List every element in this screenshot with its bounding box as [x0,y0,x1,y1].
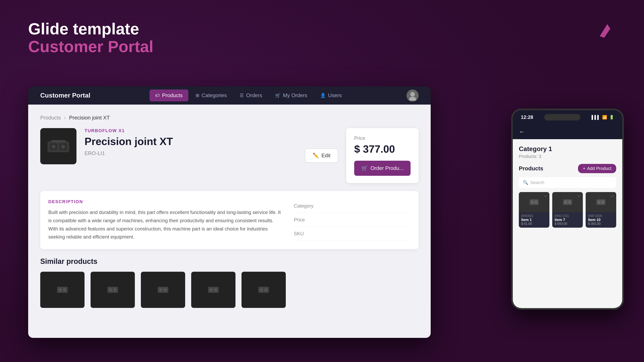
phone-product-name-3: Item 10 [588,218,614,222]
product-info: TURBOFLOW X1 Precision joint XT ERO-LI1 [84,128,297,156]
nav-tab-users-label: Users [328,92,342,98]
svg-point-16 [164,288,167,291]
svg-point-30 [598,201,600,204]
product-menu-icon-1[interactable]: ⋯ [544,194,548,198]
nav-tab-myorders-label: My Orders [283,92,307,98]
edit-label: Edit [322,152,330,159]
phone-product-info-3: DSF-DD0 Item 10 $ 355.00 [586,212,616,228]
svg-point-6 [61,145,65,149]
breadcrumb-current: Precision joint XT [69,115,110,121]
phone-product-card-2[interactable]: ⋯ ERO-CS1 Item 7 $ 693.00 [552,192,583,228]
product-header-left: TURBOFLOW X1 Precision joint XT ERO-LI1 … [40,128,338,183]
phone-product-code-3: DSF-DD0 [588,214,614,218]
edit-button[interactable]: ✏️ Edit [305,148,338,163]
breadcrumb: Products › Precision joint XT [40,115,418,121]
similar-card-2[interactable] [90,272,135,308]
app-window: Customer Portal 🏷 Products ⊞ Categories … [28,86,431,338]
phone-category-name: Category 1 [519,145,616,153]
field-sku-label: SKU [294,231,410,237]
similar-card-4[interactable] [191,272,236,308]
desc-row: DESCRIPTION Built with precision and dur… [48,199,410,241]
phone-products-label: Products [519,165,543,172]
list-icon: ☰ [240,93,244,98]
svg-point-13 [114,288,116,291]
svg-point-24 [531,201,534,204]
price-label: Price [354,135,410,141]
cart-icon-btn: 🛒 [361,165,368,171]
similar-card-1[interactable] [40,272,84,308]
phone-product-info-1: ERO921 Item 1 $ 61.00 [519,212,550,228]
svg-point-10 [63,288,66,291]
phone-back-button[interactable]: ← [519,128,525,135]
phone-product-code-2: ERO-CS1 [555,214,580,218]
product-menu-icon-3[interactable]: ⋯ [610,194,614,198]
phone-product-img-3: ⋯ [586,192,616,212]
desc-left: DESCRIPTION Built with precision and dur… [48,199,282,241]
nav-tabs: 🏷 Products ⊞ Categories ☰ Orders 🛒 My Or… [102,89,394,101]
nav-tab-users[interactable]: 👤 Users [314,89,347,101]
similar-title: Similar products [40,257,418,266]
description-section: DESCRIPTION Built with precision and dur… [40,191,418,249]
svg-point-15 [159,288,162,291]
nav-brand: Customer Portal [40,92,90,99]
field-price: Price [294,213,410,227]
phone-product-name-2: Item 7 [555,218,580,222]
top-heading: Glide template Customer Portal [28,20,153,55]
similar-card-5[interactable] [242,272,286,308]
svg-point-28 [568,201,571,204]
phone-product-grid: ⋯ ERO921 Item 1 $ 61.00 ⋯ ERO-CS1 [519,192,616,228]
add-product-button[interactable]: + Add Product [578,164,616,173]
svg-point-25 [535,201,537,204]
content-area: Products › Precision joint XT [28,105,431,338]
phone-product-price-2: $ 693.00 [555,222,580,226]
nav-tab-myorders[interactable]: 🛒 My Orders [270,89,313,101]
nav-tab-orders[interactable]: ☰ Orders [234,89,268,101]
similar-card-3[interactable] [141,272,185,308]
breadcrumb-parent[interactable]: Products [40,115,61,121]
phone-search-bar[interactable]: 🔍 Search [519,177,616,188]
tag-icon: 🏷 [155,93,160,98]
phone-product-img-2: ⋯ [552,192,583,212]
svg-point-19 [214,288,217,291]
phone-products-count: Products: 3 [519,154,616,159]
phone-body: Category 1 Products: 3 Products + Add Pr… [513,139,622,307]
battery-icon: 🔋 [609,115,614,120]
phone-product-card-1[interactable]: ⋯ ERO921 Item 1 $ 61.00 [519,192,550,228]
phone-product-code-1: ERO921 [521,214,547,218]
nav-tab-categories[interactable]: ⊞ Categories [190,89,233,101]
phone-product-card-3[interactable]: ⋯ DSF-DD0 Item 10 $ 355.00 [586,192,616,228]
phone-header: ← [513,124,622,139]
phone-status-bar: 12:28 ▌▌▌ 📶 🔋 [513,110,622,124]
description-label: DESCRIPTION [48,199,282,204]
phone-status-right: ▌▌▌ 📶 🔋 [592,115,614,120]
field-category-label: Category [294,203,410,209]
svg-point-1 [409,97,416,100]
svg-point-21 [260,288,263,291]
nav-tab-products[interactable]: 🏷 Products [150,89,188,101]
order-button[interactable]: 🛒 Order Produ... [354,161,410,176]
search-icon: 🔍 [523,180,528,185]
grid-icon: ⊞ [196,93,199,98]
add-product-label: Add Product [587,166,612,171]
search-placeholder: Search [530,180,544,185]
product-menu-icon-2[interactable]: ⋯ [577,194,581,198]
svg-point-31 [602,201,604,204]
svg-point-0 [410,92,415,96]
desc-right: Category Price SKU [294,199,410,241]
similar-grid [40,272,418,308]
nav-tab-orders-label: Orders [246,92,262,98]
price-card: Price $ 377.00 🛒 Order Produ... [346,128,418,183]
product-brand: TURBOFLOW X1 [84,128,297,133]
svg-point-22 [264,288,268,291]
phone-notch [544,114,580,120]
user-avatar[interactable] [406,89,418,102]
plus-icon: + [583,166,586,171]
nav-tab-categories-label: Categories [202,92,227,98]
wifi-icon: 📶 [602,115,607,120]
glide-logo [594,18,618,43]
edit-icon: ✏️ [312,152,319,159]
product-image [40,128,76,164]
svg-point-27 [564,201,567,204]
nav-bar: Customer Portal 🏷 Products ⊞ Categories … [28,86,431,105]
order-label: Order Produ... [370,165,404,171]
